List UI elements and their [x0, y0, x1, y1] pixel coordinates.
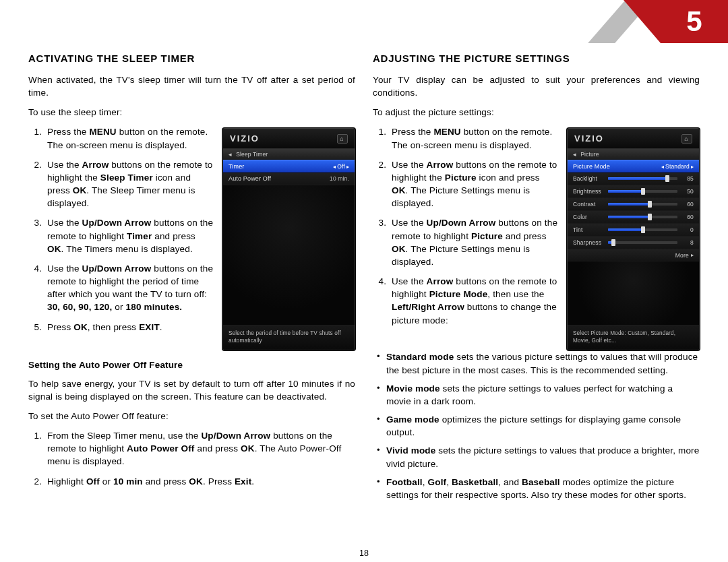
- list-item: Football, Golf, Basketball, and Baseball…: [386, 476, 700, 501]
- osd-label: Auto Power Off: [229, 175, 271, 182]
- osd-slider-value: 0: [681, 226, 694, 233]
- left-steps-wrap: Press the MENU button on the remote. The…: [28, 125, 355, 350]
- chapter-tab-triangle: [624, 0, 661, 43]
- step: Use the Arrow buttons on the remote to h…: [44, 158, 214, 210]
- picture-steps: Press the MENU button on the remote. The…: [373, 125, 559, 344]
- list-item: Standard mode sets the various picture s…: [386, 350, 700, 376]
- osd-sliders: Backlight85Brightness50Contrast60Color60…: [568, 173, 699, 249]
- left-subhead: Setting the Auto Power Off Feature: [28, 358, 355, 371]
- step: Use the Arrow buttons on the remote to h…: [389, 158, 559, 210]
- osd-close-icon: ⌂: [681, 134, 692, 144]
- osd-spacer: [223, 185, 355, 325]
- osd-slider-label: Tint: [573, 226, 604, 233]
- osd-slider-value: 50: [681, 188, 694, 195]
- chapter-number: 5: [661, 0, 728, 43]
- osd-label: Picture Mode: [573, 163, 610, 170]
- step: From the Sleep Timer menu, use the Up/Do…: [44, 429, 355, 468]
- osd-titlebar: VIZIO ⌂: [223, 129, 355, 149]
- osd-slider-row: Backlight85: [568, 173, 699, 185]
- osd-footer: Select Picture Mode: Custom, Standard, M…: [568, 325, 699, 350]
- list-item: Movie mode sets the picture settings to …: [386, 382, 700, 408]
- right-steps-wrap: Press the MENU button on the remote. The…: [373, 125, 700, 350]
- osd-slider-value: 60: [681, 214, 694, 220]
- page-number: 18: [0, 549, 728, 558]
- osd-label: Timer: [229, 163, 244, 170]
- osd-slider-label: Contrast: [573, 201, 604, 208]
- osd-value: Standard: [661, 163, 694, 170]
- osd-slider-track: [608, 228, 677, 231]
- step: Press the MENU button on the remote. The…: [389, 125, 559, 151]
- osd-slider-track: [608, 241, 677, 244]
- osd-sleep-timer: VIZIO ⌂ Sleep Timer Timer Off Auto Power…: [222, 128, 355, 350]
- osd-slider-value: 8: [681, 239, 694, 246]
- osd-value: 10 min.: [330, 175, 349, 182]
- list-item: Game mode optimizes the picture settings…: [386, 413, 700, 439]
- osd-slider-track: [608, 177, 677, 180]
- osd-slider-track: [608, 203, 677, 206]
- list-item: Vivid mode sets the picture settings to …: [386, 444, 700, 470]
- osd-titlebar: VIZIO ⌂: [568, 129, 699, 149]
- step: Use the Up/Down Arrow buttons on the rem…: [44, 216, 214, 255]
- step: Use the Arrow buttons on the remote to h…: [389, 275, 559, 327]
- right-intro: Your TV display can be adjusted to suit …: [373, 73, 700, 99]
- osd-slider-value: 60: [681, 201, 694, 208]
- left-heading: ACTIVATING THE SLEEP TIMER: [28, 53, 355, 64]
- right-lead: To adjust the picture settings:: [373, 106, 700, 119]
- osd-slider-label: Backlight: [573, 175, 604, 182]
- left-sub-lead: To set the Auto Power Off feature:: [28, 410, 355, 423]
- step: Use the Up/Down Arrow buttons on the rem…: [44, 262, 214, 314]
- osd-logo: VIZIO: [574, 133, 604, 144]
- osd-slider-label: Color: [573, 214, 604, 220]
- step: Press OK, then press EXIT.: [44, 321, 214, 334]
- osd-value: Off: [333, 163, 349, 170]
- osd-more: More: [568, 249, 699, 261]
- osd-slider-track: [608, 190, 677, 193]
- picture-modes-list: Standard mode sets the various picture s…: [373, 350, 700, 501]
- left-column: ACTIVATING THE SLEEP TIMER When activate…: [28, 53, 355, 507]
- osd-slider-label: Brightness: [573, 188, 604, 195]
- osd-slider-row: Brightness50: [568, 185, 699, 198]
- right-column: ADJUSTING THE PICTURE SETTINGS Your TV d…: [373, 53, 700, 507]
- osd-picture: VIZIO ⌂ Picture Picture Mode Standard Ba…: [567, 128, 700, 350]
- osd-footer: Select the period of time before TV shut…: [223, 325, 355, 350]
- osd-slider-label: Sharpness: [573, 239, 604, 246]
- osd-row-autopoweroff: Auto Power Off 10 min.: [223, 173, 355, 185]
- osd-slider-row: Contrast60: [568, 198, 699, 211]
- left-sub-intro: To help save energy, your TV is set by d…: [28, 377, 355, 403]
- osd-logo: VIZIO: [230, 133, 260, 144]
- step: Use the Up/Down Arrow buttons on the rem…: [389, 216, 559, 268]
- osd-close-icon: ⌂: [337, 134, 348, 144]
- osd-row-timer: Timer Off: [223, 160, 355, 173]
- osd-spacer: [568, 261, 699, 325]
- osd-slider-row: Color60: [568, 211, 699, 224]
- osd-slider-row: Tint0: [568, 224, 699, 237]
- step: Highlight Off or 10 min and press OK. Pr…: [44, 475, 355, 488]
- osd-slider-track: [608, 216, 677, 218]
- sleep-timer-steps: Press the MENU button on the remote. The…: [28, 125, 214, 344]
- chapter-tab: 5: [553, 0, 728, 43]
- step: Press the MENU button on the remote. The…: [44, 125, 214, 151]
- right-heading: ADJUSTING THE PICTURE SETTINGS: [373, 53, 700, 64]
- left-lead: To use the sleep timer:: [28, 106, 355, 119]
- auto-power-off-steps: From the Sleep Timer menu, use the Up/Do…: [28, 429, 355, 488]
- osd-slider-row: Sharpness8: [568, 237, 699, 249]
- osd-breadcrumb: Picture: [568, 149, 699, 160]
- left-intro: When activated, the TV's sleep timer wil…: [28, 73, 355, 99]
- osd-slider-value: 85: [681, 175, 694, 182]
- page-content: ACTIVATING THE SLEEP TIMER When activate…: [28, 53, 700, 507]
- osd-row-picture-mode: Picture Mode Standard: [568, 160, 699, 173]
- osd-breadcrumb: Sleep Timer: [223, 149, 355, 160]
